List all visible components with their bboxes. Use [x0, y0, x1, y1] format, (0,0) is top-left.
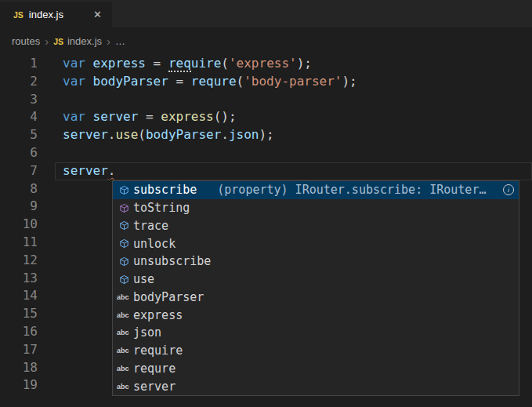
line-number: 11: [0, 234, 38, 252]
code-token: .: [221, 127, 229, 142]
code-token: =: [138, 109, 161, 124]
line-number: 13: [0, 270, 38, 288]
text-suggestion-icon: abc: [116, 365, 132, 372]
chevron-right-icon: ›: [107, 35, 110, 47]
code-token: =: [168, 74, 191, 89]
suggestion-trace[interactable]: trace: [113, 217, 519, 235]
code-token: bodyParser: [93, 74, 168, 89]
text-suggestion-icon: abc: [116, 329, 132, 336]
suggestion-label: use: [133, 272, 154, 286]
suggestion-express[interactable]: abcexpress: [113, 306, 519, 324]
text-suggestion-icon: abc: [116, 311, 132, 319]
code-token: server: [63, 163, 108, 178]
suggestion-json[interactable]: abcjson: [113, 324, 519, 342]
code-line: 2var bodyParser = requre('body-parser');: [0, 73, 532, 91]
code-token: =: [146, 56, 168, 71]
line-number: 7: [0, 162, 38, 180]
suggestion-bodyParser[interactable]: abcbodyParser: [113, 289, 519, 307]
code-token: server: [93, 109, 139, 124]
js-file-icon: JS: [53, 37, 63, 46]
close-icon[interactable]: ✕: [91, 8, 104, 21]
code-line-content[interactable]: var server = express();: [63, 108, 237, 126]
code-token: ();: [214, 109, 237, 124]
breadcrumb-symbol[interactable]: …: [115, 35, 125, 47]
line-number: 19: [0, 376, 38, 394]
code-token: );: [342, 74, 356, 89]
line-number: 15: [0, 305, 38, 323]
breadcrumb: routes › JS index.js › …: [0, 27, 532, 55]
code-token: uire: [191, 56, 222, 71]
line-number: 6: [0, 144, 38, 162]
line-number: 5: [0, 126, 38, 144]
breadcrumb-file[interactable]: JS index.js: [53, 35, 102, 47]
suggestion-label: server: [133, 380, 176, 394]
code-editor[interactable]: 1var express = require('express');2var b…: [0, 55, 532, 407]
code-token: [85, 109, 93, 124]
code-token: (: [138, 127, 146, 142]
tab-indexjs[interactable]: JS index.js ✕: [0, 2, 112, 27]
suggestion-label: json: [133, 325, 161, 340]
symbol-property-icon: [116, 238, 132, 249]
suggestion-label: require: [133, 343, 183, 358]
line-number: 18: [0, 359, 38, 377]
line-number: 1: [0, 55, 38, 73]
code-line-content[interactable]: var bodyParser = requre('body-parser');: [63, 73, 357, 91]
text-suggestion-icon: abc: [116, 383, 132, 391]
line-number: 2: [0, 73, 38, 91]
code-token: 'body-parser': [244, 74, 342, 89]
code-token: server: [63, 127, 108, 142]
suggest-widget: subscribe(property) IRouter.subscribe: I…: [112, 180, 519, 396]
code-token: (: [221, 56, 229, 71]
line-number: 9: [0, 198, 38, 216]
code-line: 4var server = express();: [0, 108, 532, 126]
suggestion-label: requre: [133, 362, 176, 376]
code-token: bodyParser: [146, 127, 221, 142]
suggestion-requre[interactable]: abcrequre: [113, 360, 519, 378]
suggestion-use[interactable]: use: [113, 271, 519, 289]
code-token: );: [259, 127, 273, 142]
symbol-method-icon: [116, 203, 132, 213]
code-token: json: [229, 127, 259, 142]
code-token: requre: [191, 74, 237, 89]
code-line-content[interactable]: server.use(bodyParser.json);: [63, 126, 274, 144]
code-token: use: [115, 127, 138, 142]
code-token: var: [63, 74, 85, 89]
breadcrumb-file-label: index.js: [67, 35, 102, 47]
info-icon[interactable]: i: [503, 184, 514, 195]
suggestion-subscribe[interactable]: subscribe(property) IRouter.subscribe: I…: [113, 181, 519, 199]
code-token: express: [93, 56, 146, 71]
suggestion-label: toString: [133, 201, 190, 215]
code-token: req: [168, 56, 191, 72]
suggestion-toString[interactable]: toString: [113, 199, 519, 217]
chevron-right-icon: ›: [45, 35, 49, 47]
suggestion-unlock[interactable]: unlock: [113, 234, 519, 253]
code-line: 5server.use(bodyParser.json);: [0, 126, 532, 144]
breadcrumb-folder[interactable]: routes: [12, 35, 40, 47]
code-line-content[interactable]: server.: [63, 162, 115, 180]
line-number: 12: [0, 252, 38, 270]
line-number: 4: [0, 108, 38, 126]
js-file-icon: JS: [13, 10, 24, 20]
code-token: express: [161, 109, 213, 124]
suggestion-detail: (property) IRouter.subscribe: IRouter…: [217, 183, 500, 197]
suggestion-label: unlock: [133, 237, 176, 251]
vscode-window: JS index.js ✕ routes › JS index.js › … 1…: [0, 0, 532, 407]
line-number: 14: [0, 287, 38, 305]
code-token: var: [63, 56, 85, 71]
suggestion-label: express: [133, 308, 183, 322]
code-token: 'express': [229, 56, 297, 71]
code-line: 1var express = require('express');: [0, 55, 532, 73]
suggestion-unsubscribe[interactable]: unsubscribe: [113, 253, 519, 271]
symbol-property-icon: [116, 220, 132, 231]
code-line-content[interactable]: var express = require('express');: [63, 55, 312, 73]
symbol-property-icon: [116, 274, 132, 285]
code-token: );: [297, 56, 312, 71]
code-line: 6: [0, 144, 532, 162]
suggestion-server[interactable]: abcserver: [113, 377, 519, 395]
symbol-property-icon: [116, 256, 132, 267]
suggestion-require[interactable]: abcrequire: [113, 342, 519, 360]
symbol-property-icon: [116, 185, 132, 195]
error-squiggle-token: .: [108, 163, 116, 178]
tab-label: index.js: [29, 9, 63, 20]
code-token: (: [237, 74, 244, 89]
